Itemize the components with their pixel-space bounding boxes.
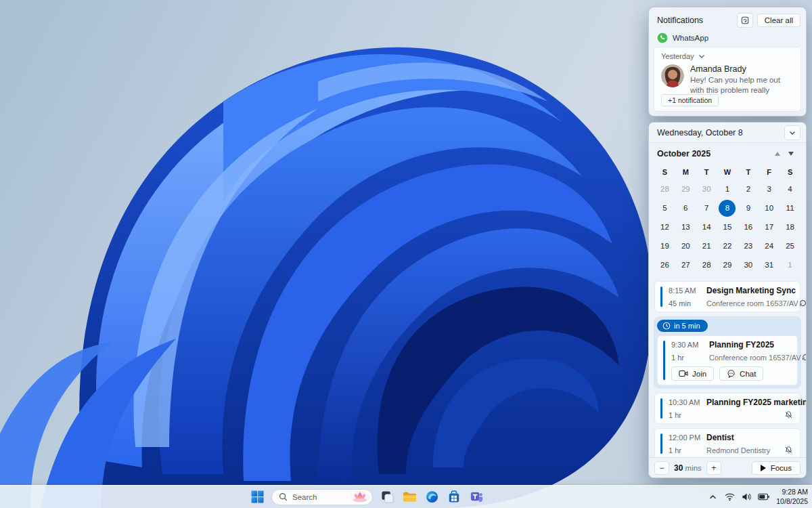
volume-icon[interactable] xyxy=(740,489,752,505)
calendar-day[interactable]: 26 xyxy=(654,255,675,274)
clear-all-button[interactable]: Clear all xyxy=(757,14,800,27)
avatar xyxy=(661,64,684,87)
calendar-day[interactable]: 24 xyxy=(759,236,780,255)
store-icon[interactable] xyxy=(446,489,462,505)
event-actions: JoinChat xyxy=(671,366,790,381)
button-label: Chat xyxy=(740,370,756,378)
calendar-day[interactable]: 14 xyxy=(696,217,717,236)
calendar-day[interactable]: 3 xyxy=(759,179,780,198)
battery-icon[interactable] xyxy=(757,489,769,505)
calendar-day[interactable]: 12 xyxy=(654,217,675,236)
button-label: Join xyxy=(692,370,706,378)
calendar-day[interactable]: 5 xyxy=(654,198,675,217)
calendar-date-label: Wednesday, October 8 xyxy=(657,128,784,137)
calendar-day[interactable]: 20 xyxy=(675,236,696,255)
calendar-day[interactable]: 21 xyxy=(696,236,717,255)
file-explorer-icon[interactable] xyxy=(401,489,418,505)
event-duration: 45 min xyxy=(669,299,706,308)
calendar-day[interactable]: 7 xyxy=(696,198,717,217)
edge-icon[interactable] xyxy=(424,489,440,505)
calendar-day[interactable]: 1 xyxy=(717,179,738,198)
chat-button[interactable]: Chat xyxy=(719,366,763,381)
calendar-day[interactable]: 22 xyxy=(717,236,738,255)
calendar-day[interactable]: 29 xyxy=(717,255,738,274)
wifi-icon[interactable] xyxy=(723,489,736,505)
calendar-day[interactable]: 17 xyxy=(759,217,780,236)
event-detail-row: 1 hrConference room 16537/AV xyxy=(671,353,790,362)
upcoming-badge: in 5 min xyxy=(657,320,708,332)
focus-increase-button[interactable]: + xyxy=(706,461,721,475)
calendar-day-header: S xyxy=(780,165,800,179)
system-tray: 9:28 AM 10/8/2025 xyxy=(706,486,808,508)
calendar-day[interactable]: 28 xyxy=(696,255,717,274)
event-title: Planning FY2025 xyxy=(709,340,774,350)
event-detail-row: 1 hrRedmond Dentistry xyxy=(669,446,793,454)
search-input[interactable]: Search xyxy=(271,489,373,505)
search-placeholder: Search xyxy=(292,493,345,501)
calendar-day[interactable]: 2 xyxy=(738,179,759,198)
calendar-day[interactable]: 28 xyxy=(654,179,675,198)
notification-app-group-header: WhatsApp xyxy=(649,30,806,47)
hidden-icons-chevron-icon[interactable] xyxy=(706,489,719,505)
calendar-day[interactable]: 16 xyxy=(738,217,759,236)
calendar-day[interactable]: 13 xyxy=(675,217,696,236)
video-camera-icon xyxy=(679,370,688,377)
focus-decrease-button[interactable]: − xyxy=(654,461,669,475)
notification-settings-icon[interactable] xyxy=(737,13,753,28)
notifications-panel: Notifications Clear all WhatsApp Yesterd… xyxy=(648,7,807,117)
calendar-day[interactable]: 15 xyxy=(717,217,738,236)
calendar-day[interactable]: 8 xyxy=(717,198,738,217)
agenda-event-card[interactable]: 12:00 PMDentist1 hrRedmond Dentistry xyxy=(654,428,800,459)
calendar-collapse-button[interactable] xyxy=(784,125,800,140)
calendar-day[interactable]: 30 xyxy=(738,255,759,274)
event-duration: 1 hr xyxy=(669,446,706,454)
event-title-row: 12:00 PMDentist xyxy=(669,433,793,442)
join-button[interactable]: Join xyxy=(671,366,714,381)
calendar-day[interactable]: 1 xyxy=(780,255,800,274)
agenda-event-card[interactable]: 10:30 AMPlanning FY2025 marketing1 hr xyxy=(654,393,800,424)
event-time: 12:00 PM xyxy=(669,433,706,442)
repeat-icon xyxy=(798,299,806,308)
task-view-icon[interactable] xyxy=(379,489,395,505)
focus-duration-label: 30 mins xyxy=(674,463,702,473)
chevron-down-icon[interactable] xyxy=(698,54,705,59)
calendar-month-label: October 2025 xyxy=(657,149,771,158)
calendar-prev-month-button[interactable] xyxy=(771,148,784,160)
calendar-day[interactable]: 11 xyxy=(780,198,800,217)
taskbar-clock[interactable]: 9:28 AM 10/8/2025 xyxy=(774,488,808,505)
calendar-day[interactable]: 31 xyxy=(759,255,780,274)
upcoming-badge-label: in 5 min xyxy=(674,322,700,330)
event-location: Conference room 16537/AV xyxy=(709,354,801,362)
notification-card[interactable]: Yesterday Amanda Brady Hey! xyxy=(654,47,801,112)
notification-sender: Amanda Brady xyxy=(690,64,794,74)
calendar-day[interactable]: 19 xyxy=(654,236,675,255)
calendar-day[interactable]: 25 xyxy=(780,236,800,255)
event-duration: 1 hr xyxy=(669,411,706,419)
more-notifications-button[interactable]: +1 notification xyxy=(661,94,719,106)
event-title-row: 9:30 AMPlanning FY2025 xyxy=(671,340,790,350)
agenda-event-card[interactable]: 9:30 AMPlanning FY20251 hrConference roo… xyxy=(657,335,798,385)
calendar-day-header: S xyxy=(654,165,675,179)
agenda-event-card[interactable]: 8:15 AMDesign Marketing Sync45 minConfer… xyxy=(654,281,800,312)
event-duration: 1 hr xyxy=(671,354,709,362)
focus-start-button[interactable]: Focus xyxy=(752,461,800,475)
event-location: Redmond Dentistry xyxy=(706,446,784,454)
teams-icon[interactable] xyxy=(468,489,484,505)
calendar-day[interactable]: 27 xyxy=(675,255,696,274)
calendar-next-month-button[interactable] xyxy=(784,148,798,160)
taskbar-app-group: Search xyxy=(249,486,484,508)
calendar-day[interactable]: 4 xyxy=(780,179,800,198)
calendar-day[interactable]: 30 xyxy=(696,179,717,198)
start-button[interactable] xyxy=(249,489,265,505)
event-accent-bar xyxy=(660,398,662,419)
calendar-day[interactable]: 29 xyxy=(675,179,696,198)
event-time: 9:30 AM xyxy=(671,341,709,349)
calendar-day[interactable]: 6 xyxy=(675,198,696,217)
event-time: 10:30 AM xyxy=(669,398,706,406)
calendar-day[interactable]: 18 xyxy=(780,217,800,236)
calendar-day-header: T xyxy=(696,165,717,179)
calendar-day[interactable]: 10 xyxy=(759,198,780,217)
calendar-day[interactable]: 9 xyxy=(738,198,759,217)
event-accent-bar xyxy=(660,433,662,454)
calendar-day[interactable]: 23 xyxy=(738,236,759,255)
